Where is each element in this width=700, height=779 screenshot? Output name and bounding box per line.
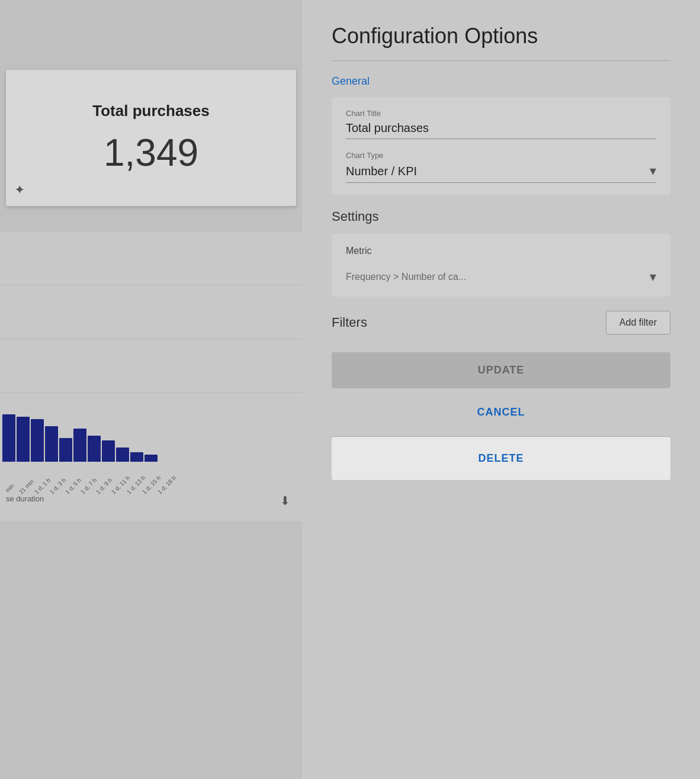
add-filter-button[interactable]: Add filter (606, 311, 670, 334)
settings-label: Settings (332, 209, 670, 224)
chart-bar (88, 436, 101, 462)
header-divider (332, 60, 670, 61)
chart-line (0, 339, 302, 339)
kpi-value: 1,349 (104, 131, 198, 175)
chart-title-label: Chart Title (346, 109, 656, 118)
chart-bar (73, 429, 86, 462)
update-button[interactable]: UPDATE (332, 352, 670, 388)
kpi-card: Total purchases 1,349 ✦ (6, 70, 296, 206)
metric-label: Metric (346, 246, 656, 256)
chart-bar (59, 438, 72, 462)
chart-line (0, 285, 302, 285)
chart-type-value: Number / KPI (346, 165, 417, 178)
chart-bar (2, 414, 15, 462)
settings-card: Metric Frequency > Number of ca... ▾ (332, 234, 670, 297)
chart-bar (45, 426, 58, 462)
chart-line (0, 392, 302, 393)
chart-x-label: 1 d, 18 h (156, 481, 171, 495)
download-icon[interactable]: ⬇ (280, 494, 290, 508)
delete-button[interactable]: DELETE (332, 437, 670, 480)
chart-x-label: 1 d, 13 h (126, 481, 140, 495)
chart-x-label: 1 d, 1 h (33, 481, 48, 495)
filters-label: Filters (332, 315, 367, 330)
general-card: Chart Title Chart Type Number / KPI ▾ (332, 97, 670, 195)
chart-bar (116, 448, 129, 462)
kpi-title: Total purchases (92, 102, 209, 120)
left-panel: Total purchases 1,349 ✦ min21 min1 d, 1 … (0, 0, 302, 779)
chart-x-label: min (2, 481, 17, 495)
chart-x-label: 21 min (18, 481, 33, 495)
chart-area: min21 min1 d, 1 h1 d, 3 h1 d, 5 h1 d, 7 … (0, 231, 302, 521)
chart-x-label: 1 d, 3 h (49, 481, 63, 495)
chart-footer: se duration (6, 494, 44, 503)
chart-x-label: 1 d, 9 h (95, 481, 110, 495)
chart-bar (31, 419, 44, 462)
chart-x-label: 1 d, 11 h (110, 481, 125, 495)
chart-bar (130, 452, 143, 462)
chart-bars (0, 414, 158, 462)
metric-select[interactable]: Frequency > Number of ca... ▾ (346, 269, 656, 285)
metric-dropdown-arrow: ▾ (650, 269, 656, 285)
chart-type-label: Chart Type (346, 151, 656, 160)
move-icon[interactable]: ✦ (14, 182, 25, 198)
chart-title-input[interactable] (346, 121, 656, 139)
right-panel: Configuration Options General Chart Titl… (302, 0, 700, 779)
chart-bar (145, 455, 158, 462)
chart-x-label: 1 d, 5 h (64, 481, 79, 495)
chart-type-select[interactable]: Number / KPI ▾ (346, 163, 656, 183)
metric-value: Frequency > Number of ca... (346, 272, 466, 282)
chart-type-dropdown-arrow: ▾ (650, 163, 656, 179)
chart-bar (102, 440, 115, 462)
chart-x-label: 1 d, 15 h (141, 481, 156, 495)
chart-x-label: 1 d, 7 h (79, 481, 94, 495)
cancel-button[interactable]: CANCEL (332, 394, 670, 430)
chart-line (0, 231, 302, 231)
config-title: Configuration Options (332, 24, 670, 49)
chart-bar (17, 417, 30, 462)
filters-row: Filters Add filter (332, 311, 670, 334)
general-section-label: General (332, 75, 670, 88)
